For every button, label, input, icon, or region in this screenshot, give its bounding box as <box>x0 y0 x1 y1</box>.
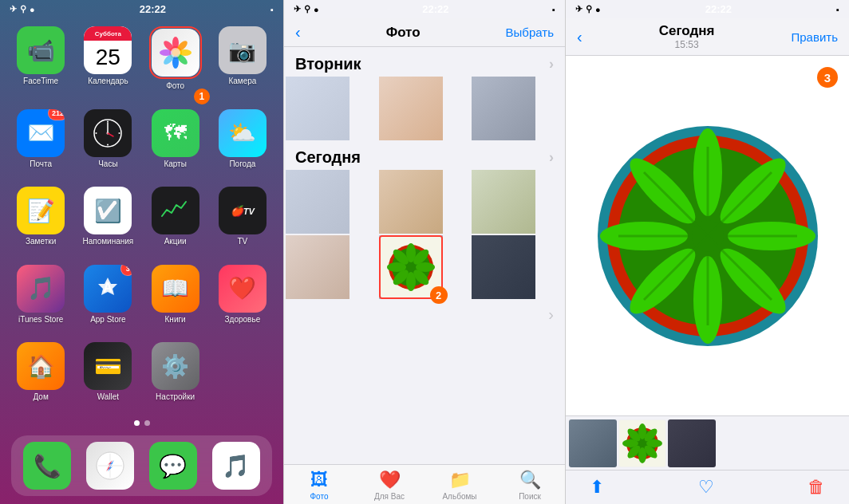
maps-label: Карты <box>164 159 187 168</box>
detail-edit-button[interactable]: Править <box>792 30 839 44</box>
app-weather[interactable]: ⛅ Погода <box>213 109 272 179</box>
app-settings[interactable]: ⚙️ Настройки <box>146 342 205 412</box>
app-stocks[interactable]: Акции <box>146 187 205 257</box>
section-tuesday: Вторник › <box>284 47 565 77</box>
photo-strip <box>566 415 849 470</box>
notes-icon: 📝 <box>17 187 65 234</box>
app-reminders[interactable]: ☑️ Напоминания <box>78 187 137 257</box>
dock-music[interactable]: 🎵 <box>207 442 264 490</box>
delete-icon[interactable]: 🗑 <box>808 477 825 498</box>
status-bar-3: ✈ ⚲ ● 22:22 ▪ <box>566 0 849 18</box>
tab-search-label: Поиск <box>519 492 541 501</box>
photos-label: Фото <box>166 81 184 90</box>
tab-bar: 🖼 Фото ❤️ Для Вас 📁 Альбомы 🔍 Поиск <box>284 464 565 504</box>
app-books[interactable]: 📖 Книги <box>146 265 205 335</box>
step-badge-3: 3 <box>817 67 838 88</box>
section-tuesday-label: Вторник <box>295 55 361 73</box>
photos-app: ✈ ⚲ ● 22:22 ▪ ‹ Фото Выбрать Вторник › С… <box>283 0 566 504</box>
status-bar-2: ✈ ⚲ ● 22:22 ▪ <box>284 0 565 18</box>
photos-back-button[interactable]: ‹ <box>295 23 301 41</box>
app-itunes[interactable]: 🎵 iTunes Store <box>11 265 70 335</box>
app-facetime[interactable]: 📹 FaceTime <box>11 26 70 101</box>
dot-1 <box>134 420 140 426</box>
photo-thumb-5[interactable] <box>379 170 443 234</box>
clock-icon <box>84 109 132 157</box>
app-mail[interactable]: ✉️ 212 Почта <box>11 109 70 179</box>
dot-2 <box>144 420 150 426</box>
app-health[interactable]: ❤️ Здоровье <box>213 265 272 335</box>
favorite-icon[interactable]: ♡ <box>698 477 714 498</box>
stocks-svg <box>160 199 191 222</box>
dock-phone[interactable]: 📞 <box>19 442 76 490</box>
svg-point-15 <box>107 144 109 145</box>
photo-thumb-2[interactable] <box>379 77 443 140</box>
tab-albums[interactable]: 📁 Альбомы <box>424 470 495 501</box>
svg-point-16 <box>96 132 97 134</box>
app-clock[interactable]: Часы <box>78 109 137 179</box>
settings-label: Настройки <box>156 392 195 401</box>
app-photos[interactable]: Фото 1 <box>146 26 205 101</box>
photo-thumb-7[interactable] <box>286 235 349 299</box>
section-arrow-2: › <box>549 149 554 166</box>
strip-thumb-1[interactable] <box>569 419 617 467</box>
detail-nav-bar: ‹ Сегодня 15:53 Править <box>566 18 849 56</box>
app-wallet[interactable]: 💳 Wallet <box>78 342 137 412</box>
today-photos-grid-2: 2 <box>284 235 565 299</box>
signal-icon: ● <box>30 5 35 14</box>
tab-foryou[interactable]: ❤️ Для Вас <box>354 470 424 501</box>
messages-icon: 💬 <box>149 442 197 490</box>
signal-icon-3: ● <box>595 5 601 14</box>
photo-thumb-9[interactable] <box>472 235 535 299</box>
books-icon: 📖 <box>152 265 199 313</box>
share-icon[interactable]: ⬆ <box>590 477 604 498</box>
facetime-label: FaceTime <box>23 77 58 85</box>
books-label: Книги <box>165 315 186 324</box>
airplane-icon: ✈ <box>10 4 17 14</box>
tab-search[interactable]: 🔍 Поиск <box>495 470 565 501</box>
section-today: Сегодня › <box>284 140 565 170</box>
status-right: ▪ <box>270 5 274 14</box>
airplane-icon-3: ✈ <box>575 4 582 14</box>
photos-svg <box>158 35 193 70</box>
app-notes[interactable]: 📝 Заметки <box>11 187 70 257</box>
tab-search-icon: 🔍 <box>519 470 541 490</box>
app-appstore[interactable]: A 3 App Store <box>78 265 137 335</box>
lime-large-svg <box>596 124 819 348</box>
status-time-1: 22:22 <box>35 3 270 15</box>
photo-thumb-3[interactable] <box>472 77 535 140</box>
dock-messages[interactable]: 💬 <box>145 442 202 490</box>
step-badge-1: 1 <box>194 89 210 104</box>
photo-thumb-4[interactable] <box>286 170 349 234</box>
more-arrow[interactable]: › <box>548 305 554 324</box>
status-bar-1: ✈ ⚲ ● 22:22 ▪ <box>0 0 283 18</box>
cal-day-num: 25 <box>96 45 120 70</box>
app-grid: 📹 FaceTime Суббота 25 Календарь <box>0 18 283 420</box>
photo-thumb-6[interactable] <box>472 170 535 234</box>
health-icon: ❤️ <box>219 265 267 313</box>
svg-point-63 <box>639 440 646 447</box>
today-photos-grid <box>284 170 565 234</box>
app-camera[interactable]: 📷 Камера <box>213 26 272 101</box>
strip-thumb-lime[interactable] <box>618 419 666 467</box>
app-home[interactable]: 🏠 Дом <box>11 342 70 412</box>
app-tv[interactable]: 🍎TV TV <box>213 187 272 257</box>
tab-foryou-label: Для Вас <box>374 492 405 501</box>
app-calendar[interactable]: Суббота 25 Календарь <box>78 26 137 101</box>
tab-albums-icon: 📁 <box>449 470 471 490</box>
app-maps[interactable]: 🗺 Карты <box>146 109 205 179</box>
photo-thumb-8[interactable]: 2 <box>379 235 443 299</box>
stocks-label: Акции <box>164 237 187 246</box>
photos-select-button[interactable]: Выбрать <box>506 26 554 39</box>
tab-albums-label: Альбомы <box>442 492 476 501</box>
photo-thumb-1[interactable] <box>286 77 349 140</box>
stocks-icon <box>152 187 199 234</box>
detail-back-button[interactable]: ‹ <box>577 28 582 46</box>
reminders-icon: ☑️ <box>84 187 132 234</box>
tab-foryou-icon: ❤️ <box>379 470 401 490</box>
airplane-icon-2: ✈ <box>294 4 301 14</box>
dock-safari[interactable] <box>82 442 139 490</box>
tv-icon: 🍎TV <box>219 187 267 234</box>
signal-icon-2: ● <box>314 5 319 14</box>
tab-photos[interactable]: 🖼 Фото <box>284 470 354 501</box>
strip-thumb-3[interactable] <box>668 419 716 467</box>
